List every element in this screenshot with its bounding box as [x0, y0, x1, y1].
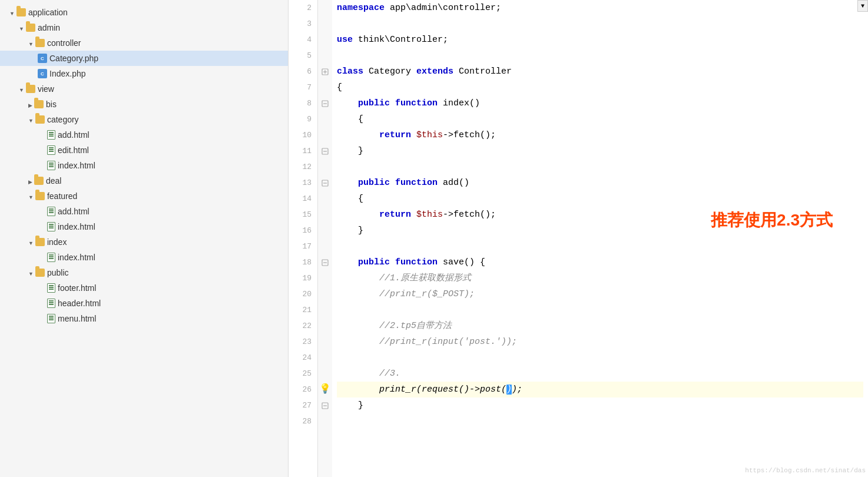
kw-namespace: namespace [337, 3, 390, 13]
tree-item-index-html-1[interactable]: index.html [0, 158, 288, 173]
tree-item-add-html-1[interactable]: add.html [0, 127, 288, 143]
gutter-fold-27[interactable] [319, 398, 331, 413]
bulb-icon-line26[interactable]: 💡 [319, 382, 331, 398]
code-line-22: //2.tp5自带方法 [337, 318, 863, 334]
kw-return-2: return [379, 210, 416, 220]
tree-item-index-html-2[interactable]: index.html [0, 219, 288, 234]
ln-19: 19 [289, 270, 317, 286]
gutter-fold-11[interactable] [319, 143, 331, 159]
tree-item-admin[interactable]: admin [0, 20, 288, 35]
code-line-3 [337, 16, 863, 32]
tree-label-index-folder: index [47, 237, 67, 247]
code-line-14: { [337, 191, 863, 207]
tree-label-category-php: Category.php [49, 54, 98, 63]
ln-5: 5 [289, 48, 317, 64]
folder-icon-application [16, 8, 26, 16]
code-line-11: } [337, 143, 863, 159]
folder-icon-featured [35, 192, 45, 200]
html-icon-add1 [47, 130, 55, 140]
ln-14: 14 [289, 191, 317, 207]
php-icon-index: C [38, 69, 47, 78]
code-line-8: public function index() [337, 95, 863, 111]
html-icon-header [47, 299, 55, 308]
code-line-4: use think\Controller; [337, 32, 863, 48]
kw-public-2: public [358, 178, 395, 188]
tree-item-index-html-3[interactable]: index.html [0, 250, 288, 265]
indent-23 [337, 337, 379, 347]
folder-icon-category [35, 115, 45, 124]
tree-item-menu-html[interactable]: menu.html [0, 311, 288, 326]
indent-18 [337, 257, 358, 267]
code-line-26: print_r(request()->post()); [337, 382, 863, 398]
tree-item-header-html[interactable]: header.html [0, 296, 288, 311]
gutter: 💡 [318, 0, 332, 477]
indent-26 [337, 385, 379, 395]
tree-item-application[interactable]: application [0, 5, 288, 20]
tree-item-featured[interactable]: featured [0, 188, 288, 204]
tree-item-controller[interactable]: controller [0, 35, 288, 51]
indent-19 [337, 273, 379, 283]
ln-12: 12 [289, 159, 317, 175]
tree-item-add-html-2[interactable]: add.html [0, 204, 288, 219]
ln-16: 16 [289, 223, 317, 238]
ln-27: 27 [289, 398, 317, 413]
tree-label-index-html-3: index.html [58, 253, 95, 262]
code-content[interactable]: 推荐使用2.3方式 namespace app\admin\controller… [332, 0, 868, 477]
php-icon-category: C [38, 54, 47, 63]
code-line-19: //1.原生获取数据形式 [337, 270, 863, 286]
file-tree-panel[interactable]: application admin controller C Category.… [0, 0, 289, 477]
tree-item-public[interactable]: public [0, 265, 288, 280]
folder-icon-public [35, 269, 45, 277]
extends-name: Controller [459, 67, 512, 77]
code-line-10: return $this->fetch(); [337, 127, 863, 143]
folder-icon-index [35, 238, 45, 246]
code-line-6: class Category extends Controller [337, 64, 863, 80]
code-line-5 [337, 48, 863, 64]
tree-label-featured: featured [47, 191, 77, 201]
indent-27: } [337, 400, 363, 410]
code-line-9: { [337, 111, 863, 127]
arrow-view [19, 84, 26, 94]
indent-11: } [337, 146, 363, 156]
tree-label-deal: deal [46, 176, 61, 186]
tree-item-category-php[interactable]: C Category.php [0, 51, 288, 66]
tree-label-public: public [47, 268, 69, 277]
folder-icon-controller [35, 39, 45, 47]
gutter-fold-6[interactable] [319, 64, 331, 80]
func-save: save() { [443, 257, 485, 267]
tree-label-edit-html: edit.html [58, 145, 89, 155]
code-line-21 [337, 302, 863, 318]
indent-9: { [337, 114, 363, 124]
ln-21: 21 [289, 302, 317, 318]
tree-item-view[interactable]: view [0, 81, 288, 97]
code-line-15: return $this->fetch(); [337, 207, 863, 223]
gutter-fold-13[interactable] [319, 175, 331, 191]
arrow-public [28, 268, 35, 277]
ln-6: 6 [289, 64, 317, 80]
func-index: index() [443, 98, 480, 108]
gutter-fold-8[interactable] [319, 95, 331, 111]
tree-label-add-html-1: add.html [58, 130, 90, 140]
kw-public-3: public [358, 257, 395, 267]
fetch-1: ->fetch(); [443, 130, 496, 140]
html-icon-index3 [47, 253, 55, 262]
kw-function-2: function [395, 178, 443, 188]
tree-item-edit-html[interactable]: edit.html [0, 143, 288, 158]
gutter-fold-18[interactable] [319, 254, 331, 270]
var-this-2: $this [416, 210, 443, 220]
ln-22: 22 [289, 318, 317, 334]
folder-icon-deal [34, 177, 44, 185]
html-icon-edit [47, 145, 55, 155]
code-line-2: namespace app\admin\controller; [337, 0, 863, 16]
tree-item-index-folder[interactable]: index [0, 234, 288, 250]
tree-item-footer-html[interactable]: footer.html [0, 280, 288, 296]
html-icon-index2 [47, 222, 55, 231]
print-r-26: print_r(request()->post()); [379, 385, 522, 395]
class-name: Category [369, 67, 416, 77]
arrow-featured [28, 191, 35, 201]
tree-item-index-php[interactable]: C Index.php [0, 66, 288, 81]
tree-item-bis[interactable]: bis [0, 97, 288, 112]
tree-item-category-folder[interactable]: category [0, 112, 288, 127]
tree-item-deal[interactable]: deal [0, 173, 288, 188]
ln-2: 2 [289, 0, 317, 16]
